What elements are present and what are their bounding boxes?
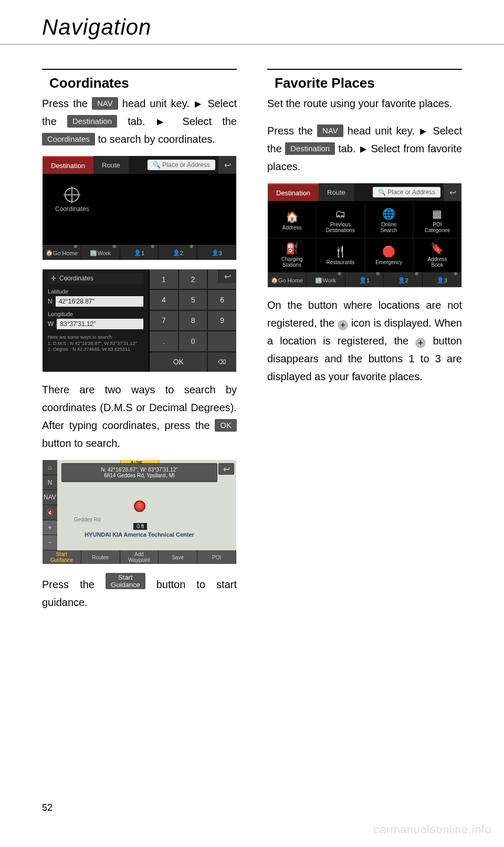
address-bar: N: 42°16'28.87", W: 83°37'31.12" 6814 Ge…	[61, 463, 217, 482]
coordinates-header: ✛ Coordinates	[48, 273, 143, 284]
sb-mute-icon[interactable]: 🔇	[43, 505, 57, 520]
coordinates-body-3: Press the StartGuidance button to start …	[42, 573, 237, 611]
back-button[interactable]: ↩	[218, 156, 236, 174]
hint-text: Here are some ways to search: 1. D.M.S :…	[48, 334, 143, 353]
tab-bar: Destination Route 🔍 Place or Address ↩	[268, 183, 461, 201]
house-icon: 🏠	[286, 211, 299, 223]
key-1[interactable]: 1	[150, 269, 178, 289]
grid-icon: ▦	[432, 208, 442, 219]
start-guidance-button[interactable]: StartGuidance	[43, 550, 81, 564]
key-6[interactable]: 6	[208, 290, 236, 309]
menu-poi-categories[interactable]: ▦ POICategories	[413, 203, 461, 238]
fav-slot-2[interactable]: 👤 2⊕	[384, 273, 423, 287]
key-7[interactable]: 7	[150, 311, 178, 330]
lat-direction: N	[48, 298, 52, 305]
key-8[interactable]: 8	[179, 311, 207, 330]
tab-destination[interactable]: Destination	[268, 183, 319, 201]
back-button[interactable]: ↩	[218, 269, 236, 283]
road-label: Geddes Rd	[74, 517, 101, 522]
screenshot-map-result: ⌂ N NAV 🔇 + − 4:25PM N: 42°16'28.87", W:…	[42, 459, 237, 564]
keypad: 1 2 3 4 5 6 7 8 9 . 0 OK ⌫	[149, 269, 236, 372]
arrow-icon: ▶	[359, 144, 368, 153]
section-rule	[42, 69, 237, 70]
fav-work[interactable]: 🏢 Work⊕	[81, 246, 120, 260]
cutlery-icon: 🍴	[334, 246, 347, 257]
poi-button[interactable]: POI	[197, 550, 236, 564]
key-blank	[208, 331, 236, 351]
key-9[interactable]: 9	[208, 311, 236, 330]
fav-go-home[interactable]: 🏠 Go Home⊕	[43, 246, 81, 260]
coordinates-chip: Coordinates	[42, 133, 95, 145]
screenshot-coordinates-keypad: ✛ Coordinates Latitude N 42°16'28.87" Lo…	[42, 269, 237, 372]
arrow-icon: ▶	[156, 117, 172, 126]
fav-work[interactable]: 🏢 Work⊕	[307, 273, 345, 287]
tab-route[interactable]: Route	[319, 183, 354, 201]
distance-chip: 0 ft	[133, 523, 147, 530]
latitude-input[interactable]: 42°16'28.87"	[56, 296, 144, 307]
favorites-bar: 🏠 Go Home 🏢 Work⊕ 👤 1⊕ 👤 2⊕ 👤 3⊕	[268, 273, 461, 287]
section-rule	[267, 69, 462, 70]
nav-key-chip: NAV	[92, 97, 118, 110]
plus-icon: +	[338, 320, 348, 330]
right-column: Favorite Places Set the route using your…	[267, 69, 462, 611]
menu-address-book[interactable]: 🔖 AddressBook	[413, 238, 461, 273]
bookmark-icon: 🔖	[430, 243, 444, 254]
key-dot[interactable]: .	[150, 331, 178, 351]
coordinates-body-2: There are two ways to search by coordina…	[42, 381, 237, 452]
section-heading-coordinates: Coordinates	[49, 75, 237, 91]
fav-slot-3[interactable]: 👤 3	[197, 246, 236, 260]
map-pin-icon	[134, 500, 145, 512]
menu-previous-destinations[interactable]: 🗂 PreviousDestinations	[316, 203, 364, 238]
fav-slot-3[interactable]: 👤 3⊕	[423, 273, 461, 287]
sb-home-icon[interactable]: ⌂	[43, 460, 57, 475]
fav-slot-1[interactable]: 👤 1⊕	[345, 273, 384, 287]
add-waypoint-button[interactable]: AddWaypoint	[120, 550, 159, 564]
fav-slot-1[interactable]: 👤 1⊕	[120, 246, 159, 260]
fav-slot-2[interactable]: 👤 2⊕	[159, 246, 197, 260]
crosshair-small-icon: ✛	[51, 275, 56, 282]
key-0[interactable]: 0	[179, 331, 207, 351]
key-ok[interactable]: OK	[150, 352, 207, 372]
destination-chip: Destination	[67, 115, 117, 128]
longitude-input[interactable]: 83°37'31.12"	[57, 319, 143, 329]
menu-address[interactable]: 🏠 Address	[268, 203, 316, 238]
back-button[interactable]: ↩	[218, 463, 234, 475]
tab-destination[interactable]: Destination	[43, 156, 93, 174]
sb-north-icon[interactable]: N	[43, 475, 57, 490]
nav-key-chip: NAV	[317, 124, 343, 137]
lon-direction: W	[48, 320, 54, 328]
folder-icon: 🗂	[335, 208, 345, 219]
section-heading-favorites: Favorite Places	[275, 75, 462, 91]
fuel-icon: ⛽	[286, 243, 299, 254]
title-rule	[0, 44, 504, 45]
favorites-intro: Set the route using your favorite places…	[267, 95, 462, 112]
page-title: Navigation	[0, 0, 504, 44]
longitude-label: Longitude	[48, 311, 143, 317]
key-4[interactable]: 4	[150, 290, 178, 309]
page-number: 52	[42, 802, 52, 813]
sb-nav-icon[interactable]: NAV	[43, 490, 57, 505]
destination-chip: Destination	[285, 142, 335, 155]
tab-bar: Destination Route 🔍 Place or Address ↩	[43, 156, 236, 174]
screenshot-destination-grid: Destination Route 🔍 Place or Address ↩ 🏠…	[267, 183, 462, 288]
search-input[interactable]: 🔍 Place or Address	[148, 160, 215, 170]
save-button[interactable]: Save	[159, 550, 197, 564]
key-delete[interactable]: ⌫	[208, 352, 236, 372]
tab-route[interactable]: Route	[93, 156, 129, 174]
watermark: carmanualsonline.info	[373, 823, 491, 836]
menu-online-search[interactable]: 🌐 OnlineSearch	[365, 203, 413, 238]
menu-emergency[interactable]: 🛑 Emergency	[365, 238, 413, 273]
search-input[interactable]: 🔍 Place or Address	[373, 187, 440, 197]
menu-restaurants[interactable]: 🍴 Restaurants	[316, 238, 364, 273]
favorites-steps: Press the NAV head unit key. ▶ Select th…	[267, 122, 462, 175]
coordinates-menu-item[interactable]: Coordinates	[55, 187, 89, 213]
plus-icon: +	[415, 338, 426, 348]
start-guidance-chip: StartGuidance	[106, 573, 145, 589]
screenshot-destination-coordinates: Destination Route 🔍 Place or Address ↩ C…	[42, 155, 237, 260]
routes-button[interactable]: Routes	[81, 550, 120, 564]
key-5[interactable]: 5	[179, 290, 207, 309]
menu-charging-stations[interactable]: ⛽ ChargingStations	[268, 238, 316, 273]
back-button[interactable]: ↩	[444, 183, 461, 201]
key-2[interactable]: 2	[179, 269, 207, 289]
fav-go-home[interactable]: 🏠 Go Home	[268, 273, 307, 287]
